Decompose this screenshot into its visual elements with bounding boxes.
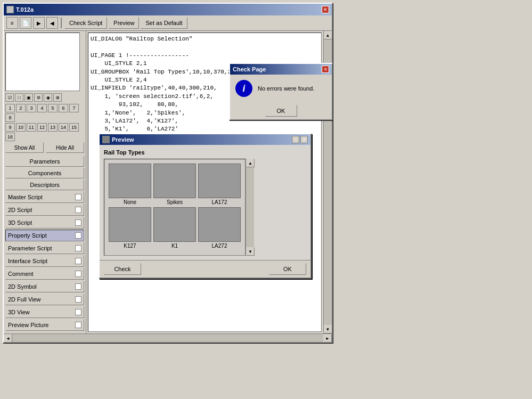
num-btn-7[interactable]: 7 <box>69 104 79 112</box>
icon-toolbar: ☑ □ ▣ ⚙ ◉ ⊞ <box>5 93 84 102</box>
toolbar-icon-4[interactable]: ◀ <box>46 17 58 29</box>
preview-body: Rail Top Types None Spikes LA172 <box>100 145 310 260</box>
image-cell-k1: K1 <box>153 207 196 249</box>
toolbar-icon-2[interactable]: 📄 <box>20 17 31 29</box>
check-page-title: Check Page <box>233 66 266 72</box>
2d-script-indicator <box>75 207 81 213</box>
num-btn-8[interactable]: 8 <box>5 113 15 122</box>
image-cell-la272: LA272 <box>198 207 241 249</box>
horizontal-scrollbar: ◄ ► <box>4 333 332 342</box>
descriptors-label[interactable]: Descriptors <box>5 180 84 190</box>
preview-close-btn[interactable]: ✕ <box>300 136 308 143</box>
scroll-down-btn[interactable]: ▼ <box>324 325 332 333</box>
preview-help-btn[interactable]: ? <box>292 136 299 143</box>
3d-view-button[interactable]: 3D View <box>5 306 84 318</box>
num-btn-4[interactable]: 4 <box>37 104 47 112</box>
2d-script-button[interactable]: 2D Script <box>5 204 84 216</box>
num-btn-2[interactable]: 2 <box>16 104 26 112</box>
preview-picture-button[interactable]: Preview Picture <box>5 319 84 331</box>
num-btn-11[interactable]: 11 <box>27 123 36 132</box>
image-spikes <box>153 164 196 198</box>
components-label[interactable]: Components <box>5 168 84 178</box>
2d-full-view-button[interactable]: 2D Full View <box>5 294 84 305</box>
hscroll-track[interactable] <box>12 334 323 342</box>
preview-dialog: Preview ? ✕ Rail Top Types None Spikes <box>99 133 312 279</box>
title-bar-left: T.012a <box>6 6 34 13</box>
image-cell-spikes: Spikes <box>153 164 196 205</box>
num-btn-15[interactable]: 15 <box>69 123 79 132</box>
check-page-footer: OK <box>230 102 332 119</box>
comment-button[interactable]: Comment <box>5 268 84 280</box>
num-btn-1[interactable]: 1 <box>5 104 15 112</box>
scroll-up-btn[interactable]: ▲ <box>324 31 332 39</box>
property-script-button[interactable]: Property Script <box>5 230 84 241</box>
preview-window-icon <box>102 136 110 143</box>
left-panel: ☑ □ ▣ ⚙ ◉ ⊞ 1 2 3 4 5 6 7 8 9 10 <box>4 31 86 333</box>
check-page-message: No errors were found. <box>258 85 314 92</box>
toolbar-icon-3[interactable]: ▶ <box>33 17 45 29</box>
parameter-script-button[interactable]: Parameter Script <box>5 242 84 254</box>
num-btn-12[interactable]: 12 <box>37 123 47 132</box>
num-btn-16[interactable]: 16 <box>5 133 15 141</box>
image-cell-la172: LA172 <box>198 164 241 205</box>
interface-script-label: Interface Script <box>8 258 47 264</box>
master-script-button[interactable]: Master Script <box>5 191 84 203</box>
num-btn-3[interactable]: 3 <box>27 104 36 112</box>
preview-scrollbar[interactable]: ▲ ▼ <box>245 159 254 256</box>
icon-tool5[interactable]: ⊞ <box>53 93 62 102</box>
num-btn-13[interactable]: 13 <box>48 123 58 132</box>
ok-btn[interactable]: OK <box>269 263 306 275</box>
toolbar-icon-1[interactable]: ≡ <box>6 17 18 29</box>
image-k1 <box>153 207 196 242</box>
num-btn-10[interactable]: 10 <box>16 123 26 132</box>
2d-full-view-indicator <box>75 296 81 303</box>
hscroll-right-btn[interactable]: ► <box>323 334 332 343</box>
image-label-la272: LA272 <box>212 243 227 249</box>
check-page-ok-btn[interactable]: OK <box>265 105 297 117</box>
num-btn-6[interactable]: 6 <box>59 104 68 112</box>
preview-scroll-up[interactable]: ▲ <box>246 159 255 167</box>
num-btn-9[interactable]: 9 <box>5 123 15 132</box>
preview-button[interactable]: Preview <box>109 17 139 29</box>
image-label-none: None <box>124 199 136 205</box>
icon-checkbox[interactable]: ☑ <box>5 93 14 102</box>
icon-tool3[interactable]: ⚙ <box>34 93 43 102</box>
preview-inner: None Spikes LA172 K127 <box>104 159 306 256</box>
property-script-label: Property Script <box>8 232 47 239</box>
preview-picture-label: Preview Picture <box>8 322 48 328</box>
comment-label: Comment <box>8 271 34 277</box>
preview-footer: Check OK <box>100 260 310 278</box>
image-la172 <box>198 164 241 198</box>
num-btn-14[interactable]: 14 <box>59 123 68 132</box>
preview-title-text: Preview <box>112 136 134 143</box>
check-page-close-btn[interactable]: ✕ <box>322 66 329 73</box>
image-none <box>109 164 151 198</box>
3d-script-button[interactable]: 3D Script <box>5 217 84 229</box>
window-icon <box>6 6 14 13</box>
property-script-indicator <box>75 232 81 239</box>
interface-script-button[interactable]: Interface Script <box>5 255 84 267</box>
toolbar-separator <box>61 18 62 28</box>
check-btn[interactable]: Check <box>104 263 141 275</box>
num-btn-row-1: 1 2 3 4 5 6 7 8 <box>5 104 84 122</box>
preview-scroll-track[interactable] <box>246 167 254 247</box>
set-as-default-button[interactable]: Set as Default <box>141 17 187 29</box>
hide-all-button[interactable]: Hide All <box>46 142 84 153</box>
check-script-button[interactable]: Check Script <box>64 17 107 29</box>
hscroll-left-btn[interactable]: ◄ <box>4 334 12 343</box>
image-label-k1: K1 <box>171 243 178 249</box>
2d-symbol-button[interactable]: 2D Symbol <box>5 281 84 292</box>
close-button[interactable]: ✕ <box>322 6 329 13</box>
image-label-spikes: Spikes <box>167 199 183 205</box>
num-btn-5[interactable]: 5 <box>48 104 58 112</box>
3d-view-label: 3D View <box>8 309 30 315</box>
image-cell-none: None <box>109 164 151 205</box>
show-all-button[interactable]: Show All <box>5 142 44 153</box>
3d-view-indicator <box>75 309 81 315</box>
icon-tool2[interactable]: ▣ <box>24 93 33 102</box>
icon-tool4[interactable]: ◉ <box>44 93 52 102</box>
preview-scroll-down[interactable]: ▼ <box>246 247 255 256</box>
parameters-label[interactable]: Parameters <box>5 156 84 167</box>
icon-tool1[interactable]: □ <box>15 93 23 102</box>
image-k127 <box>109 207 151 242</box>
